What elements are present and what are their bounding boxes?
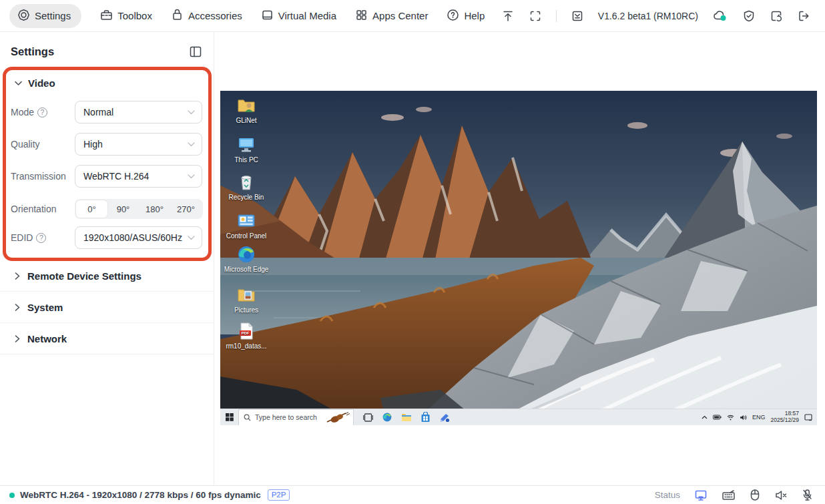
edge-taskbar-icon[interactable] [382,412,392,423]
nav-item-label: Apps Center [372,10,428,21]
keyboard-status-icon[interactable] [722,489,736,501]
fullscreen-icon[interactable] [529,9,542,23]
security-shield-icon[interactable] [742,9,756,23]
desktop-icon-pictures[interactable]: Pictures [224,285,269,314]
session-history-icon[interactable] [770,9,783,23]
battery-icon[interactable] [713,415,722,420]
mouse-status-icon[interactable] [750,489,760,501]
cloud-status-icon[interactable] [712,9,728,23]
transmission-field: Transmission WebRTC H.264 [0,165,214,188]
violin-decoration [326,411,351,424]
desktop-icon-label: This PC [234,156,258,164]
connection-status-dot [9,493,15,498]
edid-field: EDID ? 1920x1080/ASUS/60Hz [0,226,214,249]
speaker-muted-icon[interactable] [774,489,788,501]
start-button[interactable] [220,409,238,425]
desktop-icon-microsoft-edge[interactable]: Microsoft Edge [224,244,269,273]
toolbox-icon [100,9,113,23]
sidebar-title: Settings [11,45,54,58]
nav-item-toolbox[interactable]: Toolbox [100,9,152,23]
edid-select[interactable]: 1920x1080/ASUS/60Hz [75,226,202,249]
recycle-bin-icon [236,172,256,192]
monitor-status-icon[interactable] [694,489,708,501]
firmware-version[interactable]: V1.6.2 beta1 (RM10RC) [598,11,698,21]
orientation-option-270[interactable]: 270° [170,200,202,218]
chevron-right-icon [15,272,20,280]
chevron-down-icon [188,236,195,240]
desktop-icon-label: rm10_datas... [226,342,266,350]
desktop-icon-recycle-bin[interactable]: Recycle Bin [224,172,269,201]
microphone-muted-icon[interactable] [802,489,813,501]
folder-icon [236,95,256,115]
orientation-option-180[interactable]: 180° [139,200,170,218]
nav-item-help[interactable]: Help [447,9,485,23]
volume-icon[interactable] [740,415,747,421]
disk-icon [261,9,274,23]
tray-clock[interactable]: 18:57 2025/12/29 [770,411,799,424]
transmission-select-value: WebRTC H.264 [83,171,149,182]
pictures-folder-icon [236,285,256,305]
edid-select-value: 1920x1080/ASUS/60Hz [83,232,182,243]
nav-item-settings[interactable]: Settings [9,4,81,28]
windows-taskbar: Type here to search ENG [220,409,817,425]
desktop-icon-glinet[interactable]: GLiNet [224,95,269,124]
desktop-icon-control-panel[interactable]: Control Panel [224,211,269,240]
store-icon[interactable] [421,412,431,423]
monitor-icon [236,135,256,155]
taskbar-search-box[interactable]: Type here to search [238,409,354,426]
orientation-field: Orientation 0° 90° 180° 270° [0,198,214,220]
top-navbar: Settings Toolbox Accessories Virtual Med… [0,0,825,32]
logout-icon[interactable] [797,9,810,23]
section-system[interactable]: System [0,292,214,323]
desktop-icon-pdf-file[interactable]: PDF rm10_datas... [224,321,269,350]
file-explorer-icon[interactable] [401,413,412,422]
section-label: Remote Device Settings [27,270,142,282]
orientation-segmented-control: 0° 90° 180° 270° [75,199,203,219]
section-remote-device-settings[interactable]: Remote Device Settings [0,260,214,292]
tray-expand-icon[interactable] [702,415,708,419]
chevron-right-icon [15,335,20,342]
remote-view-area: GLiNet This PC Recycle Bin Control Panel… [214,32,825,485]
status-label: Status [655,490,680,500]
transmission-select[interactable]: WebRTC H.264 [75,165,202,188]
nav-item-accessories[interactable]: Accessories [171,9,242,23]
collapse-panel-icon[interactable] [190,46,202,57]
section-label: Network [27,333,67,344]
nav-item-apps-center[interactable]: Apps Center [355,9,428,23]
taskbar-pinned-apps [363,412,450,423]
orientation-option-0[interactable]: 0° [76,200,107,218]
question-icon [447,9,459,23]
pdf-file-icon: PDF [236,321,256,341]
action-center-icon[interactable] [804,414,812,421]
section-network[interactable]: Network [0,323,214,354]
mode-help-icon[interactable]: ? [37,107,47,117]
p2p-badge[interactable]: P2P [268,489,290,501]
update-icon[interactable] [571,9,584,23]
remote-desktop-screen[interactable]: GLiNet This PC Recycle Bin Control Panel… [220,91,817,425]
apps-grid-icon [355,9,368,23]
search-placeholder: Type here to search [255,413,317,421]
edge-icon [236,244,256,264]
upload-icon[interactable] [501,9,515,23]
task-view-icon[interactable] [363,413,373,422]
quality-select[interactable]: High [75,133,202,156]
orientation-option-90[interactable]: 90° [107,200,139,218]
mode-select[interactable]: Normal [75,101,202,123]
desktop-icon-label: Control Panel [226,232,267,240]
chevron-down-icon [188,110,195,115]
quality-field: Quality High [0,133,214,156]
section-video[interactable]: Video [15,77,55,89]
nav-item-virtual-media[interactable]: Virtual Media [261,9,336,23]
blue-app-icon[interactable] [439,413,450,423]
nav-item-label: Settings [35,10,71,21]
desktop-icon-label: Pictures [234,306,258,314]
wifi-icon[interactable] [727,415,734,421]
nav-item-label: Virtual Media [278,10,336,21]
desktop-icon-this-pc[interactable]: This PC [224,135,269,164]
transmission-label: Transmission [11,171,66,182]
tray-language[interactable]: ENG [752,414,766,421]
desktop-icon-label: Microsoft Edge [224,266,269,273]
edid-help-icon[interactable]: ? [36,233,46,243]
settings-sidebar: Settings Video Mode ? Normal Quality [0,32,214,485]
device-status-icons: Status [655,489,813,501]
